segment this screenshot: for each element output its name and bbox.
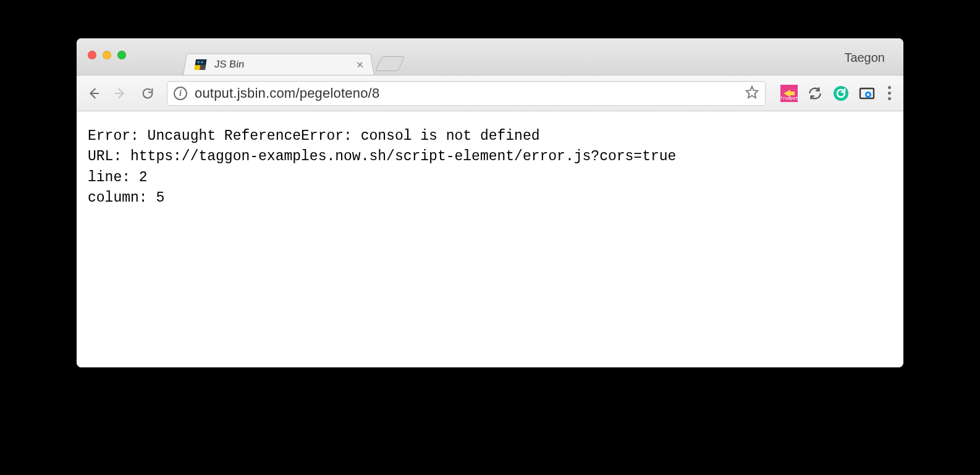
page-viewport: Error: Uncaught ReferenceError: consol i…	[77, 111, 903, 367]
chrome-menu-button[interactable]	[884, 86, 895, 100]
page-line-line: line: 2	[88, 169, 148, 186]
extension-refresh-icon[interactable]	[806, 85, 824, 102]
tab-title: JS Bin	[214, 58, 245, 70]
svg-marker-7	[746, 86, 758, 97]
site-info-icon[interactable]: i	[174, 87, 187, 100]
svg-rect-0	[195, 59, 207, 64]
profile-name[interactable]: Taegon	[844, 51, 885, 65]
jsbin-favicon-icon	[194, 59, 206, 69]
svg-rect-8	[790, 92, 795, 95]
svg-point-12	[867, 93, 869, 95]
window-minimize-button[interactable]	[103, 51, 111, 59]
bookmark-star-icon[interactable]	[745, 85, 759, 101]
window-controls	[88, 51, 126, 59]
extension-screenshot-icon[interactable]	[858, 85, 876, 102]
omnibox[interactable]: i output.jsbin.com/pegeloteno/8	[167, 81, 766, 106]
extension-grammarly-icon[interactable]	[832, 85, 850, 102]
extension-trumpet-icon[interactable]: Trumpet	[780, 85, 798, 102]
tab-active[interactable]: JS Bin ×	[183, 54, 374, 75]
svg-rect-2	[200, 65, 206, 70]
svg-point-9	[834, 86, 848, 101]
extension-row: Trumpet	[777, 85, 895, 102]
window-close-button[interactable]	[88, 51, 96, 59]
tab-close-button[interactable]: ×	[355, 58, 364, 70]
page-line-column: column: 5	[88, 190, 164, 206]
page-line-url: URL: https://taggon-examples.now.sh/scri…	[88, 148, 676, 165]
forward-button[interactable]	[112, 85, 129, 101]
page-line-error: Error: Uncaught ReferenceError: consol i…	[88, 128, 540, 144]
tab-strip: JS Bin ×	[183, 38, 402, 75]
browser-window: JS Bin × Taegon i output.jsbin.com/pegel…	[77, 38, 903, 367]
address-bar-url[interactable]: output.jsbin.com/pegeloteno/8	[195, 85, 738, 101]
back-button[interactable]	[85, 85, 101, 101]
extension-trumpet-label: Trumpet	[780, 96, 798, 101]
toolbar: i output.jsbin.com/pegeloteno/8 Trumpet	[77, 75, 903, 111]
titlebar: JS Bin × Taegon	[77, 38, 903, 75]
svg-rect-1	[194, 65, 200, 70]
reload-button[interactable]	[140, 85, 156, 101]
window-zoom-button[interactable]	[117, 51, 126, 59]
new-tab-button[interactable]	[375, 56, 405, 71]
